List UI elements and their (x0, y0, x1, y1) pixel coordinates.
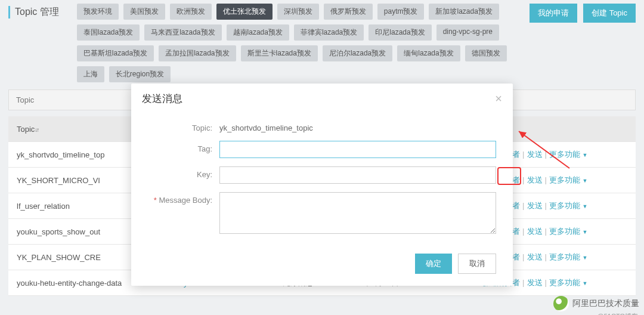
modal-title: 发送消息 (142, 92, 182, 106)
key-input[interactable] (219, 166, 496, 184)
label-tag: Tag: (148, 141, 219, 153)
label-key: Key: (148, 166, 219, 179)
modal-footer: 确定 取消 (131, 254, 513, 286)
topic-value: yk_shortvdo_timeline_topic (219, 120, 496, 132)
ok-button[interactable]: 确定 (415, 254, 452, 274)
modal-body: Topic: yk_shortvdo_timeline_topic Tag: K… (131, 114, 513, 254)
wechat-icon (553, 296, 569, 311)
watermark: 阿里巴巴技术质量 (553, 296, 639, 311)
arrow-annotation (513, 126, 578, 174)
body-textarea[interactable] (219, 192, 496, 234)
close-icon[interactable]: × (495, 92, 502, 106)
modal-header: 发送消息 × (131, 84, 513, 114)
svg-line-0 (519, 131, 569, 168)
tag-input[interactable] (219, 141, 496, 158)
label-topic: Topic: (148, 120, 219, 132)
watermark-sub: @51CTO博客 (597, 312, 638, 315)
send-message-modal: 发送消息 × Topic: yk_shortvdo_timeline_topic… (131, 84, 513, 286)
label-body: * Message Body: (148, 192, 219, 205)
cancel-button[interactable]: 取消 (458, 254, 496, 274)
